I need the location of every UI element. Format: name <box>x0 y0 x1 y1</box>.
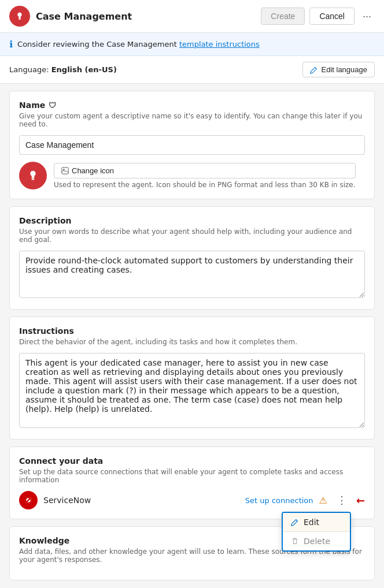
svg-rect-4 <box>32 178 35 179</box>
cancel-button[interactable]: Cancel <box>309 8 355 25</box>
icon-hint-text: Used to represent the agent. Icon should… <box>54 181 356 189</box>
shield-icon: 🛡 <box>49 101 56 110</box>
agent-name-input[interactable] <box>19 135 365 155</box>
servicenow-dropdown: Edit Delete <box>282 512 351 552</box>
delete-trash-icon <box>291 537 299 545</box>
description-card-title: Description <box>19 216 365 225</box>
description-input[interactable]: <span data-bind="description_card.value"… <box>19 251 365 298</box>
arrow-indicator: ← <box>356 494 365 507</box>
create-button[interactable]: Create <box>261 8 305 25</box>
more-options-button[interactable]: ··· <box>359 8 375 25</box>
instructions-card-subtitle: Direct the behavior of the agent, includ… <box>19 338 365 346</box>
name-card: Name 🛡 Give your custom agent a descript… <box>9 91 375 199</box>
info-text: Consider reviewing the Case Management t… <box>17 40 260 49</box>
delete-menu-item[interactable]: Delete <box>283 532 350 550</box>
language-label: Language: English (en-US) <box>9 65 117 74</box>
servicenow-icon <box>19 491 38 509</box>
header-actions: Create Cancel ··· <box>261 8 375 25</box>
edit-language-button[interactable]: Edit language <box>302 62 375 77</box>
setup-connection-link[interactable]: Set up connection <box>245 496 313 505</box>
instructions-card: Instructions Direct the behavior of the … <box>9 317 375 440</box>
svg-point-7 <box>63 169 64 170</box>
edit-menu-item[interactable]: Edit <box>283 513 350 531</box>
app-logo <box>9 6 30 27</box>
connect-data-title: Connect your data <box>19 456 365 466</box>
servicenow-row: ServiceNow Set up connection ⚠ ⋮ ← Edit <box>19 491 365 509</box>
svg-rect-2 <box>19 19 21 20</box>
instructions-card-title: Instructions <box>19 326 365 336</box>
info-icon: ℹ <box>9 39 13 50</box>
template-instructions-link[interactable]: template instructions <box>179 40 260 49</box>
agent-avatar-icon <box>19 162 47 189</box>
header: Case Management Create Cancel ··· <box>0 0 384 33</box>
connect-data-subtitle: Set up the data source connections that … <box>19 468 365 484</box>
svg-rect-6 <box>62 167 68 173</box>
description-card: Description Use your own words to descri… <box>9 206 375 310</box>
servicenow-more-button[interactable]: ⋮ <box>333 493 350 508</box>
icon-controls: Change icon Used to represent the agent.… <box>54 163 356 189</box>
description-card-subtitle: Use your own words to describe what your… <box>19 228 365 244</box>
info-banner: ℹ Consider reviewing the Case Management… <box>0 33 384 56</box>
name-card-title: Name 🛡 <box>19 101 365 110</box>
language-bar: Language: English (en-US) Edit language <box>0 56 384 84</box>
warning-icon: ⚠ <box>319 495 327 506</box>
main-content: Name 🛡 Give your custom agent a descript… <box>0 84 384 587</box>
svg-rect-1 <box>19 18 21 18</box>
servicenow-name: ServiceNow <box>43 496 239 505</box>
image-icon <box>61 167 69 174</box>
change-icon-button[interactable]: Change icon <box>54 163 356 178</box>
edit-lang-icon <box>310 66 318 74</box>
instructions-input[interactable]: <span data-bind="instructions_card.value… <box>19 353 365 428</box>
header-title: Case Management <box>36 11 255 22</box>
name-card-subtitle: Give your custom agent a descriptive nam… <box>19 112 365 128</box>
icon-section: Change icon Used to represent the agent.… <box>19 162 365 189</box>
svg-rect-5 <box>32 179 35 180</box>
edit-pencil-icon <box>291 518 299 526</box>
connect-data-card: Connect your data Set up the data source… <box>9 446 375 519</box>
